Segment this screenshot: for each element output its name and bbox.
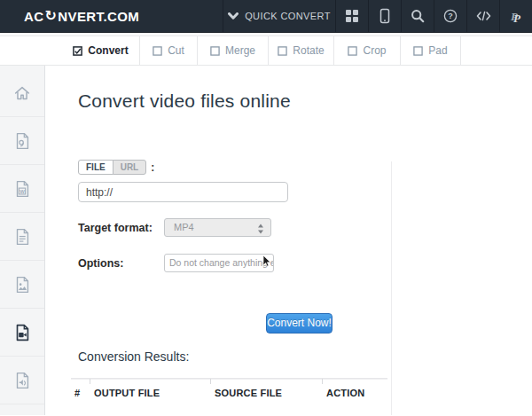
svg-text:P: P (513, 11, 521, 24)
target-format-value: MP4 (174, 222, 194, 232)
svg-text:?: ? (448, 12, 453, 20)
logo-text-suffix: NVERT.COM (58, 9, 139, 24)
tool-tabs: Convert Cut Merge Rotate Crop Pad (0, 35, 532, 66)
column-header-output-file: OUTPUT FILE (90, 379, 211, 402)
code-button[interactable] (466, 0, 499, 32)
paypal-icon: P P (509, 9, 523, 24)
tab-label: Merge (225, 44, 255, 57)
sidebar-item-ebook[interactable] (0, 213, 44, 261)
sidebar-item-audio[interactable] (0, 357, 44, 404)
help-button[interactable]: ? (434, 0, 466, 32)
conversion-results-heading: Conversion Results: (78, 349, 189, 364)
tab-label: Pad (428, 44, 447, 57)
sidebar-item-home[interactable] (0, 69, 44, 117)
apps-grid-icon (345, 9, 359, 23)
tab-merge[interactable]: Merge (198, 36, 269, 65)
source-toggle: FILE URL : (78, 160, 154, 175)
checkbox-empty-icon (153, 46, 162, 56)
mouse-cursor-icon (262, 255, 271, 271)
toggle-separator: : (151, 161, 154, 174)
target-format-label: Target format: (78, 222, 153, 234)
svg-text:W: W (20, 188, 25, 193)
file-toggle-button[interactable]: FILE (78, 160, 113, 175)
mobile-icon (378, 8, 392, 24)
help-icon: ? (443, 9, 458, 23)
logo-text-prefix: AC (24, 9, 43, 24)
url-toggle-button[interactable]: URL (113, 160, 147, 175)
search-button[interactable] (401, 0, 434, 32)
top-navbar: AC ↻ NVERT.COM QUICK CONVERT ? (0, 0, 532, 33)
page-body: W Convert (0, 66, 532, 415)
column-header-source-file: SOURCE FILE (211, 379, 323, 402)
sidebar-item-archive[interactable] (0, 404, 44, 416)
word-file-icon: W (12, 179, 32, 199)
pdf-file-icon (12, 131, 32, 151)
tab-cut[interactable]: Cut (140, 36, 198, 65)
home-icon (12, 83, 32, 103)
options-label: Options: (78, 257, 123, 270)
options-select[interactable]: Do not change anything els (164, 254, 274, 272)
checkbox-empty-icon (210, 46, 220, 56)
tab-pad[interactable]: Pad (401, 36, 461, 65)
target-format-select[interactable]: MP4 (164, 218, 271, 237)
paypal-button[interactable]: P P (499, 0, 532, 32)
checkbox-empty-icon (278, 46, 287, 56)
code-icon (476, 10, 491, 22)
convert-now-button[interactable]: Convert Now! (266, 313, 332, 334)
filetype-sidebar: W (0, 66, 45, 415)
ebook-file-icon (12, 227, 32, 247)
table-header-row: # OUTPUT FILE SOURCE FILE ACTION (71, 379, 387, 402)
url-input[interactable] (78, 182, 288, 202)
options-value: Do not change anything els (169, 257, 274, 268)
sidebar-item-word[interactable]: W (0, 165, 44, 213)
tab-label: Convert (88, 44, 128, 57)
sidebar-item-pdf[interactable] (0, 117, 44, 165)
main-content: Convert video files online FILE URL : Ta… (45, 66, 532, 415)
site-logo[interactable]: AC ↻ NVERT.COM (0, 0, 223, 32)
tab-crop[interactable]: Crop (334, 36, 401, 65)
column-header-number: # (71, 379, 90, 402)
conversion-results-table: # OUTPUT FILE SOURCE FILE ACTION (71, 378, 387, 402)
checkbox-empty-icon (413, 46, 423, 56)
tab-convert[interactable]: Convert (62, 36, 140, 65)
page-title: Convert video files online (78, 90, 291, 112)
tab-label: Crop (363, 44, 386, 57)
audio-file-icon (12, 371, 32, 390)
content-pane-divider (391, 161, 392, 415)
video-file-icon (12, 323, 32, 342)
tab-label: Cut (168, 44, 184, 57)
tab-label: Rotate (293, 44, 324, 57)
apps-grid-button[interactable] (335, 0, 368, 32)
quick-convert-menu[interactable]: QUICK CONVERT (223, 0, 335, 32)
checkbox-checked-icon (73, 46, 82, 56)
mobile-button[interactable] (368, 0, 401, 32)
quick-convert-label: QUICK CONVERT (245, 11, 331, 21)
search-icon (411, 9, 425, 23)
checkbox-empty-icon (348, 46, 357, 56)
sidebar-item-image[interactable] (0, 261, 44, 309)
tab-rotate[interactable]: Rotate (269, 36, 334, 65)
sidebar-item-video[interactable] (0, 309, 44, 357)
chevron-down-icon (228, 12, 239, 20)
sync-circle-icon: ↻ (44, 9, 57, 23)
updown-arrows-icon (257, 223, 264, 239)
column-header-action: ACTION (323, 379, 387, 402)
image-file-icon (12, 275, 32, 294)
